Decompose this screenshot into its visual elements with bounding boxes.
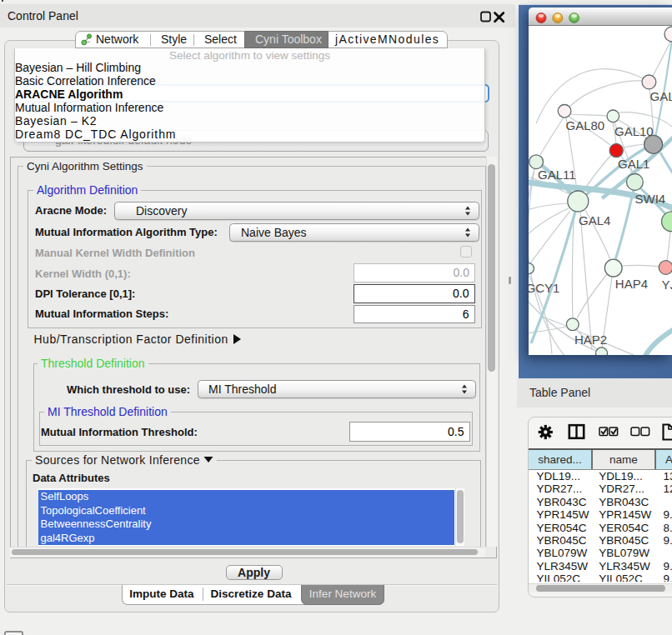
svg-text:GAL10: GAL10 bbox=[614, 124, 654, 138]
svg-text:HAP2: HAP2 bbox=[574, 332, 607, 347]
svg-text:YJ: YJ bbox=[662, 278, 672, 292]
svg-text:GCY1: GCY1 bbox=[529, 281, 559, 295]
svg-text:GAL1: GAL1 bbox=[618, 157, 649, 171]
svg-text:GAL7: GAL7 bbox=[650, 89, 672, 103]
svg-text:HAP4: HAP4 bbox=[615, 277, 648, 291]
svg-text:GAL80: GAL80 bbox=[566, 118, 605, 132]
svg-text:GAL11: GAL11 bbox=[538, 168, 576, 182]
svg-text:GAL4: GAL4 bbox=[579, 213, 610, 228]
svg-text:SWI4: SWI4 bbox=[635, 192, 666, 206]
